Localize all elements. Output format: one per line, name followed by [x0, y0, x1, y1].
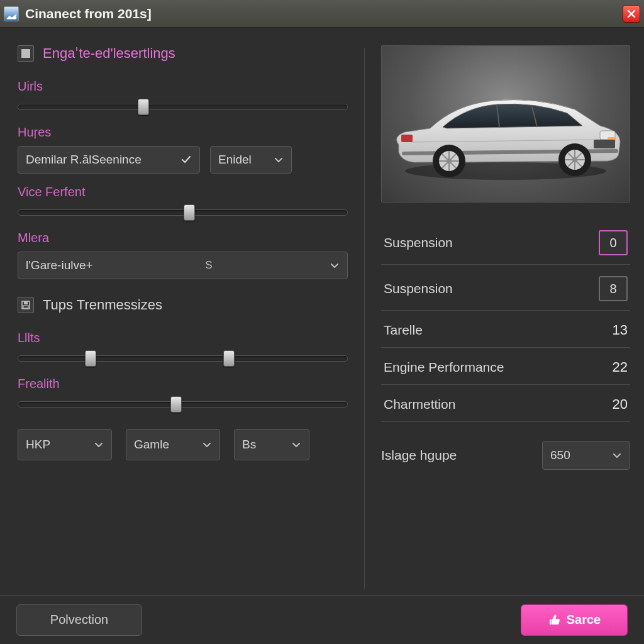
enidel-select[interactable]: Enidel	[210, 146, 292, 174]
svg-rect-2	[23, 306, 28, 308]
section-engate: Engaˈte-ed'lesertlings	[18, 45, 348, 62]
close-icon	[626, 9, 636, 19]
stat-row: Suspension 8	[381, 267, 630, 311]
chevron-down-icon	[274, 155, 284, 165]
uirls-slider[interactable]	[18, 100, 348, 114]
column-divider	[364, 48, 365, 589]
llts-slider[interactable]	[18, 352, 348, 365]
vice-label: Vice Ferfent	[18, 185, 348, 199]
section-engate-checkbox[interactable]	[18, 45, 34, 62]
hkp-select[interactable]: HKP	[18, 429, 112, 460]
section-tups-label: Tups Trenmessizes	[43, 297, 162, 313]
stat-row: Engine Performance 22	[381, 350, 630, 385]
stat-row: Tarelle 13	[381, 313, 630, 348]
stat-value-box[interactable]: 8	[599, 276, 628, 301]
summary-label: Islage hgupe	[381, 448, 457, 463]
hues-select[interactable]: Demilar R.ālSeenince	[18, 146, 200, 174]
stat-label: Suspension	[384, 235, 453, 250]
mlera-suffix: S	[205, 259, 217, 272]
bs-select[interactable]: Bs	[234, 429, 309, 460]
svg-rect-6	[401, 135, 413, 142]
summary-value: 650	[550, 448, 570, 462]
stat-value-box[interactable]: 0	[599, 230, 628, 255]
bs-value: Bs	[242, 438, 256, 452]
svg-point-14	[447, 158, 452, 164]
frealith-label: Frealith	[18, 377, 348, 391]
settings-panel: Engaˈte-ed'lesertlings Uirls Huŗes Demil…	[18, 45, 348, 591]
car-icon	[386, 77, 625, 184]
enidel-label: Enidel	[218, 153, 252, 167]
gamle-value: Gamle	[134, 438, 169, 452]
section-tups-icon[interactable]	[18, 297, 34, 313]
stat-label: Charmettion	[384, 397, 455, 412]
polvection-button[interactable]: Polvection	[16, 604, 142, 636]
window-close-button[interactable]	[623, 5, 640, 23]
stat-row: Suspension 0	[381, 221, 630, 265]
preview-panel: Suspension 0 Suspension 8 Tarelle 13 Eng…	[381, 45, 630, 591]
window-title: Cinanect from 201s]	[25, 6, 152, 21]
stat-value: 0	[609, 236, 616, 250]
summary-row: Islage hgupe 650	[381, 425, 630, 470]
vice-slider[interactable]	[18, 206, 348, 219]
svg-rect-7	[594, 140, 615, 148]
llts-label: Lllts	[18, 331, 348, 345]
stats-list: Suspension 0 Suspension 8 Tarelle 13 Eng…	[381, 221, 630, 470]
save-icon	[21, 300, 31, 310]
sarce-button[interactable]: Sarce	[521, 604, 628, 636]
section-tups: Tups Trenmessizes	[18, 297, 348, 313]
chevron-down-icon	[202, 440, 212, 450]
uirls-label: Uirls	[18, 79, 348, 94]
footer: Polvection Sarce	[0, 595, 644, 644]
stat-row: Charmettion 20	[381, 387, 630, 422]
stat-label: Tarelle	[384, 323, 423, 338]
stat-value: 13	[613, 322, 628, 338]
polvection-label: Polvection	[50, 613, 108, 627]
gamle-select[interactable]: Gamle	[126, 429, 220, 460]
svg-point-21	[572, 157, 577, 162]
stat-value: 20	[613, 396, 628, 413]
stat-value: 22	[613, 359, 628, 375]
thumbs-up-icon	[548, 614, 560, 626]
stat-label: Suspension	[384, 281, 453, 296]
stat-label: Engine Performance	[384, 360, 504, 375]
frealith-slider[interactable]	[18, 397, 348, 411]
mlera-select[interactable]: l'Gare-iulve+ S	[18, 252, 348, 279]
titlebar: Cinanect from 201s]	[0, 0, 644, 28]
check-icon	[180, 154, 192, 165]
hues-label: Huŗes	[18, 125, 348, 140]
stat-value: 8	[609, 282, 616, 296]
chevron-down-icon	[330, 260, 340, 270]
app-icon	[4, 6, 19, 21]
hkp-value: HKP	[26, 438, 50, 452]
hues-select-value: Demilar R.ālSeenince	[26, 153, 142, 167]
summary-select[interactable]: 650	[542, 441, 630, 470]
mlera-label: Mlera	[18, 231, 348, 245]
chevron-down-icon	[94, 440, 104, 450]
mlera-value: l'Gare-iulve+	[26, 258, 93, 272]
section-engate-label: Engaˈte-ed'lesertlings	[43, 45, 175, 62]
vehicle-preview	[381, 45, 630, 203]
svg-rect-1	[24, 301, 28, 304]
chevron-down-icon	[612, 450, 622, 460]
sarce-label: Sarce	[567, 613, 601, 627]
chevron-down-icon	[291, 440, 301, 450]
